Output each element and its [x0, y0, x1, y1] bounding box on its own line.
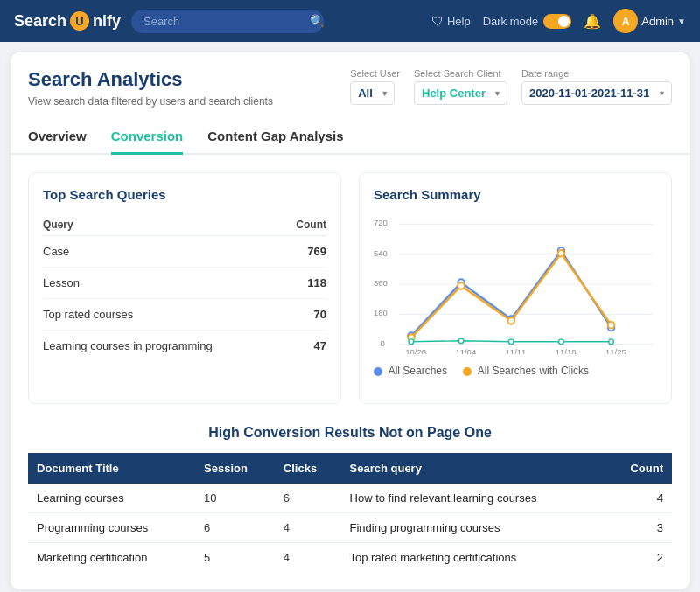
svg-text:11/25: 11/25: [606, 347, 626, 354]
table-row: Learning courses 10 6 How to find releva…: [28, 484, 672, 513]
page-title: Search Analytics: [28, 68, 273, 91]
legend-all-searches: All Searches: [374, 365, 447, 377]
high-conversion-section: High Conversion Results Not on Page One …: [28, 425, 672, 572]
legend-dot-blue: [374, 367, 382, 376]
conversion-table: Document Title Session Clicks Search que…: [28, 453, 672, 572]
legend-label-clicks: All Searches with Clicks: [478, 365, 589, 377]
legend-all-searches-clicks: All Searches with Clicks: [463, 365, 589, 377]
conversion-table-body: Learning courses 10 6 How to find releva…: [28, 484, 672, 572]
high-conversion-title: High Conversion Results Not on Page One: [28, 425, 672, 441]
col-count: Count: [284, 214, 326, 236]
search-input[interactable]: [131, 10, 324, 33]
conversion-table-header: Document Title Session Clicks Search que…: [28, 453, 672, 484]
svg-point-25: [409, 339, 414, 345]
tab-content-gap[interactable]: Content Gap Analysis: [207, 120, 343, 155]
chart-legend: All Searches All Searches with Clicks: [374, 365, 657, 377]
admin-menu[interactable]: A Admin ▼: [613, 9, 686, 33]
conv-doc: Learning courses: [28, 484, 195, 513]
svg-point-26: [458, 338, 464, 344]
filter-user-select-wrap: All: [350, 81, 395, 105]
chart-area: 720 540 360 180 0 10/28 11/04: [374, 214, 657, 389]
col-query: Query: [43, 214, 284, 236]
search-summary-card: Search Summary 720 540 360 180 0: [359, 172, 672, 404]
svg-text:540: 540: [374, 247, 388, 257]
admin-chevron: ▼: [677, 17, 686, 26]
tab-overview[interactable]: Overview: [28, 120, 87, 155]
tab-conversion[interactable]: Conversion: [111, 120, 184, 155]
top-queries-table: Query Count Case769Lesson118Top rated co…: [43, 214, 326, 361]
svg-point-28: [559, 339, 564, 345]
query-count: 70: [284, 298, 326, 330]
search-icon: 🔍: [310, 14, 325, 28]
toggle-dot: [558, 16, 570, 27]
conv-session: 5: [195, 542, 275, 572]
svg-point-27: [508, 339, 514, 345]
query-name: Case: [43, 235, 284, 267]
filter-date-select-wrap: 2020-11-01-2021-11-31: [522, 81, 672, 105]
filter-client-label: Select Search Client: [414, 68, 508, 79]
query-name: Top rated courses: [43, 298, 284, 330]
query-name: Lesson: [43, 267, 284, 298]
table-row: Programming courses 6 4 Finding programm…: [28, 512, 672, 542]
svg-point-21: [458, 282, 465, 289]
col-clicks: Clicks: [275, 453, 341, 484]
top-queries-card: Top Search Queries Query Count Case769Le…: [28, 172, 341, 404]
help-button[interactable]: 🛡 Help: [431, 14, 471, 28]
query-count: 118: [284, 267, 326, 298]
svg-text:0: 0: [381, 338, 385, 347]
chart-svg: 720 540 360 180 0 10/28 11/04: [374, 214, 657, 354]
query-count: 47: [284, 330, 326, 361]
help-label: Help: [447, 15, 471, 28]
filter-date-label: Date range: [522, 68, 672, 79]
conv-session: 6: [195, 512, 275, 542]
topnav: SearchUnify 🔍 🛡 Help Dark mode 🔔 A Admin…: [0, 0, 700, 42]
filters: Select User All Select Search Client Hel…: [350, 68, 672, 105]
conv-doc: Programming courses: [28, 512, 195, 542]
col-session: Session: [195, 453, 275, 484]
query-name: Learning courses in programming: [43, 330, 284, 361]
conv-count: 2: [606, 542, 672, 572]
conv-query: Finding programming courses: [341, 512, 607, 542]
conv-query: Top rated marketing certifications: [341, 542, 607, 572]
filter-client-select-wrap: Help Center: [414, 81, 508, 105]
filter-date-select[interactable]: 2020-11-01-2021-11-31: [522, 81, 672, 105]
conv-clicks: 4: [275, 542, 341, 572]
table-row: Marketing certification 5 4 Top rated ma…: [28, 542, 672, 572]
filter-user-label: Select User: [350, 68, 400, 79]
page-title-section: Search Analytics View search data filter…: [28, 68, 273, 109]
conv-count: 4: [606, 484, 672, 513]
top-queries-body: Case769Lesson118Top rated courses70Learn…: [43, 235, 326, 361]
table-row: Learning courses in programming47: [43, 330, 326, 361]
avatar: A: [613, 9, 638, 33]
svg-point-24: [608, 322, 615, 329]
table-row: Top rated courses70: [43, 298, 326, 330]
conv-clicks: 6: [275, 484, 341, 513]
table-row: Lesson118: [43, 267, 326, 298]
svg-text:11/11: 11/11: [506, 347, 527, 354]
dark-mode-label: Dark mode: [483, 15, 539, 28]
filter-date: Date range 2020-11-01-2021-11-31: [522, 68, 672, 105]
svg-point-29: [609, 339, 614, 345]
dark-mode-toggle[interactable]: Dark mode: [483, 14, 572, 29]
filter-client-select[interactable]: Help Center: [414, 81, 508, 105]
conv-clicks: 4: [275, 512, 341, 542]
svg-text:720: 720: [374, 218, 388, 227]
filter-user-select[interactable]: All: [350, 81, 395, 105]
query-count: 769: [284, 235, 326, 267]
tabs: Overview Conversion Content Gap Analysis: [10, 120, 690, 155]
conv-session: 10: [195, 484, 275, 513]
col-count: Count: [606, 453, 672, 484]
toggle-switch[interactable]: [543, 14, 571, 29]
page-header: Search Analytics View search data filter…: [10, 52, 690, 120]
tab-content: Top Search Queries Query Count Case769Le…: [10, 155, 690, 589]
logo-icon: U: [70, 11, 89, 31]
svg-text:360: 360: [374, 278, 388, 288]
conv-count: 3: [606, 512, 672, 542]
page-wrapper: Search Analytics View search data filter…: [10, 52, 690, 589]
admin-label: Admin: [641, 15, 674, 28]
col-doc-title: Document Title: [28, 453, 195, 484]
page-subtitle: View search data filtered by users and s…: [28, 94, 273, 109]
conv-query: How to find relevant learning courses: [341, 484, 607, 513]
bell-icon[interactable]: 🔔: [584, 13, 601, 30]
svg-text:11/04: 11/04: [455, 347, 477, 354]
